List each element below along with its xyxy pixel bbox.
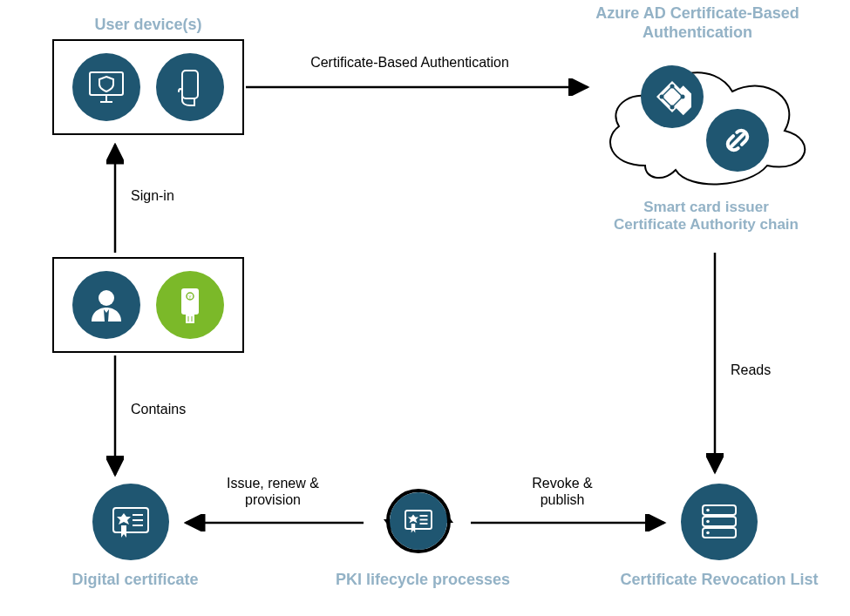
cloud-icon xyxy=(593,52,819,192)
user-devices-label: User device(s) xyxy=(52,16,244,35)
digital-certificate-node xyxy=(87,484,174,560)
azure-ad-cloud xyxy=(593,52,819,192)
server-list-icon xyxy=(681,484,758,560)
user-devices-box xyxy=(52,39,244,135)
user-smartcard-box: Y xyxy=(52,257,244,353)
svg-point-32 xyxy=(706,509,710,512)
svg-rect-3 xyxy=(182,71,198,98)
edge-contains-label: Contains xyxy=(131,401,186,417)
chain-link-icon xyxy=(706,109,769,172)
pki-lifecycle-label: PKI lifecycle processes xyxy=(323,571,523,590)
svg-point-33 xyxy=(706,520,710,524)
arrow-issue xyxy=(179,514,366,531)
edge-issue-label: Issue, renew & provision xyxy=(216,475,330,508)
pki-lifecycle-node xyxy=(371,477,466,550)
diamond-nodes-icon xyxy=(641,65,704,128)
arrow-contains xyxy=(106,355,124,482)
arrow-reads xyxy=(706,253,724,479)
crl-node xyxy=(676,484,763,560)
mobile-hand-icon xyxy=(156,53,224,121)
arrow-signin xyxy=(106,138,124,255)
business-user-icon xyxy=(72,271,140,339)
azure-ad-sublabel: Smart card issuer Certificate Authority … xyxy=(593,199,819,234)
arrow-revoke xyxy=(471,514,671,531)
edge-signin-label: Sign-in xyxy=(131,187,174,204)
digital-certificate-label: Digital certificate xyxy=(52,571,218,590)
certificate-icon xyxy=(92,484,169,560)
edge-revoke-label: Revoke & publish xyxy=(514,475,610,508)
edge-cba-label: Certificate-Based Authentication xyxy=(279,54,541,71)
svg-rect-18 xyxy=(186,315,194,323)
monitor-shield-icon xyxy=(72,53,140,121)
certificate-icon xyxy=(390,492,447,550)
crl-label: Certificate Revocation List xyxy=(593,571,846,590)
edge-reads-label: Reads xyxy=(731,362,771,378)
svg-point-14 xyxy=(99,290,114,306)
security-key-icon: Y xyxy=(156,271,224,339)
arrow-cba xyxy=(246,78,595,96)
azure-ad-label: Azure AD Certificate-Based Authenticatio… xyxy=(571,4,824,42)
svg-point-34 xyxy=(706,531,710,535)
